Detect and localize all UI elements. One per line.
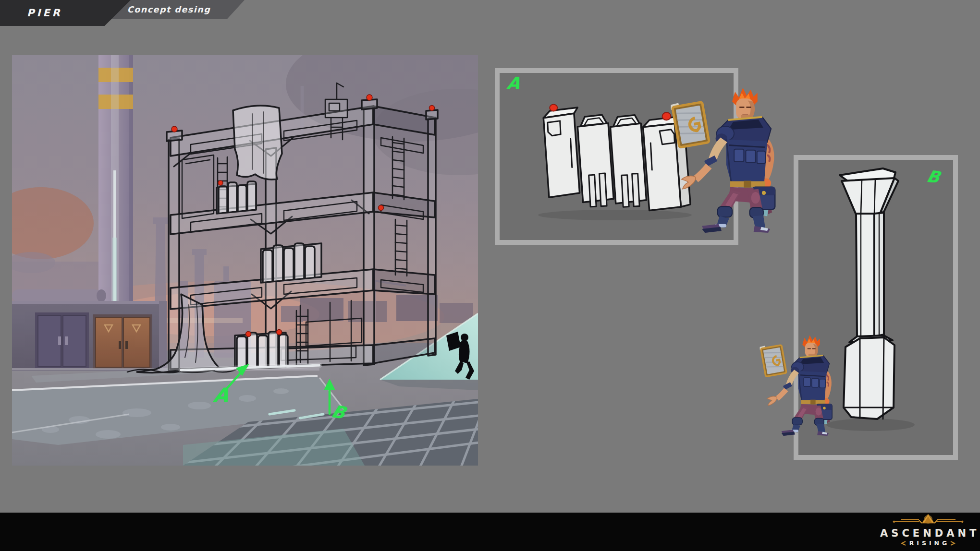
concept-design-slide: Concept desing PIER bbox=[0, 0, 980, 551]
containers-upper bbox=[217, 181, 256, 214]
character-render-b bbox=[759, 335, 842, 436]
logo-chevron-right-icon bbox=[950, 540, 956, 546]
tab-pier: PIER bbox=[0, 0, 131, 26]
annotation-a-label: A bbox=[212, 385, 230, 405]
concept-art-viewport: A B bbox=[12, 55, 478, 466]
character-render-a bbox=[670, 87, 789, 233]
footer-bar: ASCENDANTS RISING bbox=[0, 513, 980, 551]
logo-chevron-left-icon bbox=[900, 540, 906, 546]
logo-title: ASCENDANTS bbox=[880, 527, 980, 539]
containers-ground bbox=[235, 332, 288, 369]
tab-concept-desing-label: Concept desing bbox=[127, 5, 210, 14]
tab-pier-label: PIER bbox=[27, 7, 62, 19]
logo-subtitle: RISING bbox=[909, 539, 950, 547]
concept-art-scene bbox=[12, 55, 478, 466]
game-logo: ASCENDANTS RISING bbox=[880, 514, 976, 547]
callout-a-label: A bbox=[506, 75, 521, 91]
tarp-cloth bbox=[233, 106, 282, 180]
logo-emblem-icon bbox=[892, 514, 964, 525]
containers-mid bbox=[261, 243, 321, 283]
